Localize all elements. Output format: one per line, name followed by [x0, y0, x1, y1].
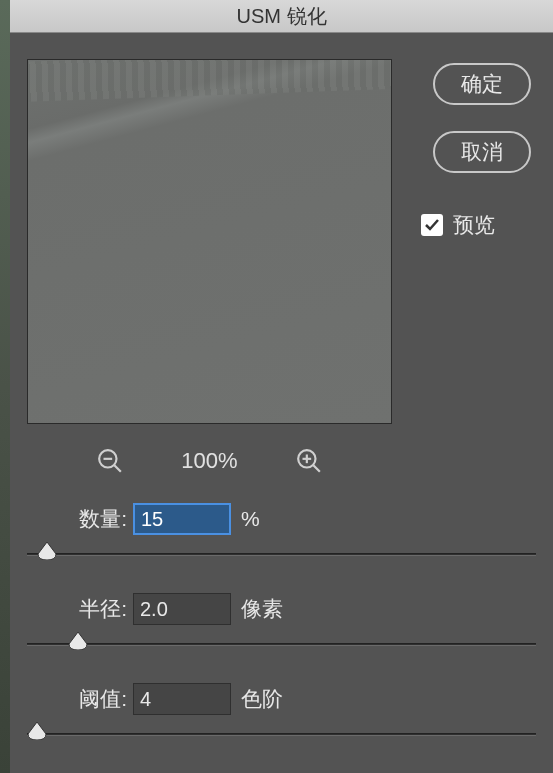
zoom-out-icon[interactable] — [97, 448, 123, 474]
threshold-slider[interactable] — [27, 733, 536, 736]
preview-area[interactable] — [27, 59, 392, 424]
preview-checkbox[interactable] — [421, 214, 443, 236]
zoom-controls: 100% — [27, 438, 392, 483]
threshold-label: 阈值: — [27, 685, 127, 713]
ok-button-label: 确定 — [461, 70, 503, 98]
threshold-unit: 色阶 — [241, 685, 283, 713]
dialog-title: USM 锐化 — [237, 3, 327, 30]
radius-slider[interactable] — [27, 643, 536, 646]
amount-slider-thumb[interactable] — [36, 542, 58, 560]
amount-unit: % — [241, 507, 260, 531]
check-icon — [424, 217, 440, 233]
threshold-input[interactable] — [133, 683, 231, 715]
preview-checkbox-row: 预览 — [421, 211, 531, 239]
cancel-button[interactable]: 取消 — [433, 131, 531, 173]
cancel-button-label: 取消 — [461, 138, 503, 166]
amount-slider[interactable] — [27, 553, 536, 556]
threshold-row: 阈值: 色阶 — [27, 683, 536, 715]
window-edge-strip — [0, 0, 10, 773]
amount-input[interactable] — [133, 503, 231, 535]
radius-label: 半径: — [27, 595, 127, 623]
amount-label: 数量: — [27, 505, 127, 533]
zoom-level: 100% — [181, 448, 237, 474]
svg-line-1 — [115, 465, 122, 472]
radius-row: 半径: 像素 — [27, 593, 536, 625]
radius-unit: 像素 — [241, 595, 283, 623]
zoom-in-icon[interactable] — [296, 448, 322, 474]
titlebar: USM 锐化 — [10, 0, 553, 33]
svg-line-4 — [313, 465, 320, 472]
threshold-slider-thumb[interactable] — [26, 722, 48, 740]
amount-row: 数量: % — [27, 503, 536, 535]
dialog-panel: 100% 确定 取消 预览 数量: % 半径: — [10, 33, 553, 773]
ok-button[interactable]: 确定 — [433, 63, 531, 105]
radius-slider-thumb[interactable] — [67, 632, 89, 650]
preview-checkbox-label: 预览 — [453, 211, 495, 239]
radius-input[interactable] — [133, 593, 231, 625]
